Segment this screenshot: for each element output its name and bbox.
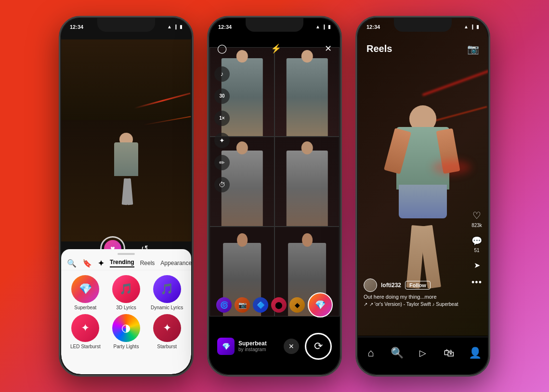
- timer-ctrl[interactable]: 30: [214, 89, 230, 104]
- draw-ctrl[interactable]: ✏: [214, 155, 230, 170]
- sparkle-tab-icon[interactable]: ✦: [98, 259, 104, 268]
- countdown-ctrl[interactable]: ⏱: [214, 177, 230, 192]
- like-count: 823k: [471, 223, 482, 228]
- effect-thumb-4[interactable]: ⬤: [271, 297, 287, 313]
- circle-btn[interactable]: ◯: [217, 43, 227, 54]
- starburst-icon: ✦: [153, 314, 181, 342]
- profile-icon: 👤: [469, 347, 482, 359]
- effect-3d-lyrics[interactable]: 🎵 3D Lyrics: [108, 275, 145, 310]
- effect-thumb-1[interactable]: 🌀: [216, 297, 232, 313]
- wifi-icon-2: ❙: [322, 24, 326, 29]
- effect-led-starburst[interactable]: ✦ LED Starburst: [67, 314, 104, 349]
- effect-thumb-3[interactable]: 🔷: [253, 297, 268, 313]
- phone2-bottom-bar: 💎 Superbeat by instagram ✕ ⟳: [209, 318, 340, 374]
- timer-icon: ⏱: [219, 181, 225, 189]
- quad-cell-2: [274, 47, 340, 137]
- music-ctrl[interactable]: ♪: [214, 66, 230, 82]
- effect-thumb-2[interactable]: 📷: [235, 297, 250, 313]
- panel-tabs: 🔍 🔖 ✦ Trending Reels Appearance: [61, 255, 191, 270]
- effect-text-block: Superbeat by instagram: [238, 340, 267, 352]
- camera-header-icon[interactable]: 📷: [467, 43, 479, 55]
- reels-tab[interactable]: Reels: [140, 260, 155, 266]
- red-light-1: [134, 92, 191, 109]
- superbeat-label: Superbeat: [74, 305, 96, 310]
- signal-icon-2: ▲: [315, 24, 320, 29]
- battery-icon: ▮: [180, 24, 183, 29]
- music-note-icon: ♪: [221, 70, 224, 77]
- dynamic-lyrics-icon: 🎵: [153, 275, 181, 303]
- appearance-tab[interactable]: Appearance: [160, 260, 191, 266]
- close-effect-btn[interactable]: ✕: [284, 339, 299, 354]
- nav-search[interactable]: 🔍: [388, 344, 405, 362]
- comment-count: 51: [474, 248, 479, 253]
- music-row: ↗ ↗ 'or's Version) - Taylor Swift ♪ Supe…: [364, 302, 459, 307]
- effect-name-label: Superbeat: [238, 340, 267, 347]
- more-button[interactable]: •••: [471, 278, 482, 288]
- effect-thumb-superbeat-active[interactable]: 💎: [308, 292, 333, 317]
- caption: Out here doing my thing...more: [364, 294, 459, 300]
- dynamic-lyrics-label: Dynamic Lyrics: [151, 305, 183, 310]
- search-tab-icon[interactable]: 🔍: [67, 259, 77, 268]
- nav-shop[interactable]: 🛍: [440, 344, 458, 362]
- superbeat-icon: 💎: [71, 275, 99, 303]
- effect-superbeat[interactable]: 💎 Superbeat: [67, 275, 104, 310]
- status-icons-1: ▲ ❙ ▮: [167, 24, 183, 29]
- bottom-effects: 🌀 📷 🔷 ⬤ ◆ 💎: [209, 292, 340, 317]
- user-row: lofti232 Follow: [364, 278, 459, 292]
- heart-action-icon: ♡: [472, 210, 481, 221]
- trending-tab[interactable]: Trending: [110, 259, 134, 267]
- effect-label-block: 💎 Superbeat by instagram: [217, 338, 267, 355]
- signal-icon-3: ▲: [464, 24, 469, 29]
- effect-starburst[interactable]: ✦ Starburst: [148, 314, 185, 349]
- record-btn-phone2[interactable]: ⟳: [305, 333, 332, 360]
- notch-3: [394, 18, 452, 32]
- shop-icon: 🛍: [444, 347, 454, 359]
- battery-icon-2: ▮: [328, 24, 331, 29]
- effects-grid: 💎 Superbeat 🎵 3D Lyrics 🎵: [61, 270, 191, 354]
- 3d-lyrics-label: 3D Lyrics: [116, 305, 136, 310]
- like-button[interactable]: ♡ 823k: [471, 210, 482, 228]
- search-nav-icon: 🔍: [391, 347, 404, 359]
- starburst-label: Starburst: [157, 344, 177, 349]
- phone2-bottom-icons: ✕ ⟳: [284, 333, 332, 360]
- effect-thumb-preview: 💎: [217, 338, 235, 355]
- share-button[interactable]: ➤: [474, 261, 480, 270]
- quad-cell-4: [274, 137, 340, 227]
- 3d-lyrics-icon: 🎵: [112, 275, 140, 303]
- nav-home[interactable]: ⌂: [362, 344, 379, 362]
- close-icon[interactable]: ✕: [325, 43, 332, 54]
- status-icons-3: ▲ ❙ ▮: [464, 24, 479, 29]
- bookmark-tab-icon[interactable]: 🔖: [82, 259, 92, 268]
- effect-party-lights[interactable]: ◑ Party Lights: [108, 314, 145, 349]
- home-icon: ⌂: [367, 347, 374, 359]
- notch-1: [97, 18, 155, 32]
- effects-ctrl[interactable]: ✦: [214, 133, 230, 148]
- status-time-2: 12:34: [218, 24, 232, 30]
- wifi-icon-3: ❙: [471, 24, 474, 29]
- wifi-icon: ❙: [174, 24, 178, 29]
- status-icons-2: ▲ ❙ ▮: [315, 24, 331, 29]
- nav-profile[interactable]: 👤: [466, 344, 484, 362]
- phone-2: 12:34 ▲ ❙ ▮ ◯ ⚡ ✕: [207, 16, 342, 377]
- more-icon: •••: [471, 278, 482, 288]
- effect-dynamic-lyrics[interactable]: 🎵 Dynamic Lyrics: [148, 275, 185, 310]
- effect-author-label: by instagram: [238, 347, 267, 352]
- nav-reels[interactable]: ▷: [414, 344, 431, 362]
- party-lights-label: Party Lights: [114, 344, 139, 349]
- bottom-nav: ⌂ 🔍 ▷ 🛍 👤: [358, 337, 488, 374]
- effect-thumb-5[interactable]: ◆: [289, 297, 305, 313]
- username[interactable]: lofti232: [381, 282, 401, 289]
- effect-info-row: 💎 Superbeat by instagram ✕ ⟳: [217, 333, 332, 360]
- flash-icon[interactable]: ⚡: [271, 43, 281, 54]
- share-action-icon: ➤: [474, 261, 480, 270]
- speed-ctrl[interactable]: 1×: [214, 111, 230, 126]
- timer-text: 30: [219, 93, 224, 99]
- phone-1: 12:34 ▲ ❙ ▮: [59, 16, 194, 377]
- music-text: ↗ 'or's Version) - Taylor Swift ♪ Superb…: [369, 302, 458, 307]
- phone-3: 12:34 ▲ ❙ ▮ Reels 📷: [355, 16, 490, 377]
- user-info: lofti232 Follow Out here doing my thing.…: [364, 278, 459, 307]
- comment-button[interactable]: 💬 51: [471, 236, 482, 253]
- camera-view-1: [61, 39, 191, 241]
- follow-button[interactable]: Follow: [405, 281, 431, 290]
- notch-2: [246, 18, 303, 32]
